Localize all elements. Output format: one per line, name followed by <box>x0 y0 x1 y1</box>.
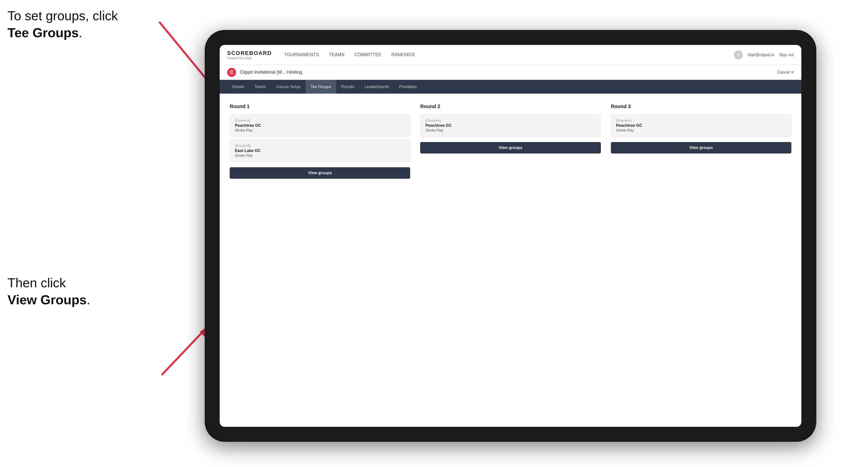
round-1-column: Round 1 (Course A) Peachtree GC Stroke P… <box>230 103 410 179</box>
logo-text: SCOREBOARD <box>227 50 272 56</box>
cancel-button[interactable]: Cancel ✕ <box>777 70 794 74</box>
main-content: Round 1 (Course A) Peachtree GC Stroke P… <box>220 94 801 427</box>
instruction-top-punct: . <box>79 26 82 40</box>
round-2-course-a-card: (Course A) Peachtree GC Stroke Play <box>420 114 601 136</box>
round-3-course-a-label: (Course A) <box>616 119 786 122</box>
tab-leaderboards[interactable]: Leaderboards <box>360 80 394 94</box>
tournament-logo: C <box>227 68 236 77</box>
tab-teams[interactable]: Teams <box>249 80 271 94</box>
round-2-view-groups-button[interactable]: View groups <box>420 142 601 154</box>
nav-teams[interactable]: TEAMS <box>329 51 344 59</box>
round-3-course-a-format: Stroke Play <box>616 128 786 132</box>
user-email: blair@clippd.io <box>748 53 774 57</box>
instruction-top: To set groups, click Tee Groups. <box>7 7 118 41</box>
arrow-to-view-groups <box>132 305 217 379</box>
round-3-view-groups-button[interactable]: View groups <box>611 142 792 154</box>
tournament-name: Clippd Invitational (M... Hosting <box>240 70 777 75</box>
round-1-course-b-format: Stroke Play <box>235 154 405 157</box>
tab-course-setup[interactable]: Course Setup <box>271 80 306 94</box>
round-2-course-a-format: Stroke Play <box>425 128 595 132</box>
round-3-title: Round 3 <box>611 103 792 109</box>
instruction-bottom-punct: . <box>87 292 90 307</box>
user-avatar: B <box>734 51 743 59</box>
nav-committee[interactable]: COMMITTEE <box>354 51 381 59</box>
round-1-course-a-format: Stroke Play <box>235 128 405 132</box>
round-1-course-b-card: (Course B) East Lake GC Stroke Play <box>230 139 410 162</box>
nav-links: TOURNAMENTS TEAMS COMMITTEE RANKINGS <box>284 51 734 59</box>
round-1-course-a-card: (Course A) Peachtree GC Stroke Play <box>230 114 410 136</box>
round-3-course-a-name: Peachtree GC <box>616 123 786 128</box>
instruction-bottom: Then click View Groups. <box>7 275 90 308</box>
nav-right: B blair@clippd.io Sign out <box>734 51 794 59</box>
top-nav: SCOREBOARD Powered by clippit TOURNAMENT… <box>220 45 801 65</box>
tab-bar: Details Teams Course Setup Tee Groups Re… <box>220 80 801 94</box>
nav-rankings[interactable]: RANKINGS <box>392 51 415 59</box>
round-1-course-a-label: (Course A) <box>235 119 405 122</box>
tournament-header: C Clippd Invitational (M... Hosting Canc… <box>220 65 801 80</box>
tablet-screen: SCOREBOARD Powered by clippit TOURNAMENT… <box>220 45 801 427</box>
round-2-course-a-name: Peachtree GC <box>425 123 595 128</box>
round-2-title: Round 2 <box>420 103 601 109</box>
round-1-view-groups-button[interactable]: View groups <box>230 167 410 179</box>
instruction-bottom-line2: View Groups <box>7 292 87 307</box>
round-1-course-b-label: (Course B) <box>235 144 405 148</box>
logo-main: SCOREBOARD <box>227 50 272 56</box>
round-2-course-a-label: (Course A) <box>425 119 595 122</box>
logo-area: SCOREBOARD Powered by clippit <box>227 50 272 60</box>
tab-results[interactable]: Results <box>336 80 360 94</box>
instruction-top-line2: Tee Groups <box>7 26 79 40</box>
logo-sub: Powered by clippit <box>227 56 272 60</box>
rounds-grid: Round 1 (Course A) Peachtree GC Stroke P… <box>230 103 792 179</box>
round-1-title: Round 1 <box>230 103 410 109</box>
instruction-top-line1: To set groups, click <box>7 8 118 23</box>
sign-out-link[interactable]: Sign out <box>779 53 794 57</box>
tab-tee-groups[interactable]: Tee Groups <box>306 80 336 94</box>
tab-printables[interactable]: Printables <box>394 80 422 94</box>
nav-tournaments[interactable]: TOURNAMENTS <box>284 51 319 59</box>
round-1-course-b-name: East Lake GC <box>235 149 405 153</box>
round-1-course-a-name: Peachtree GC <box>235 123 405 128</box>
instruction-bottom-line1: Then click <box>7 276 66 290</box>
round-3-column: Round 3 (Course A) Peachtree GC Stroke P… <box>611 103 792 179</box>
tablet-shell: SCOREBOARD Powered by clippit TOURNAMENT… <box>205 30 816 442</box>
round-3-course-a-card: (Course A) Peachtree GC Stroke Play <box>611 114 792 136</box>
round-2-column: Round 2 (Course A) Peachtree GC Stroke P… <box>420 103 601 179</box>
tab-details[interactable]: Details <box>227 80 249 94</box>
